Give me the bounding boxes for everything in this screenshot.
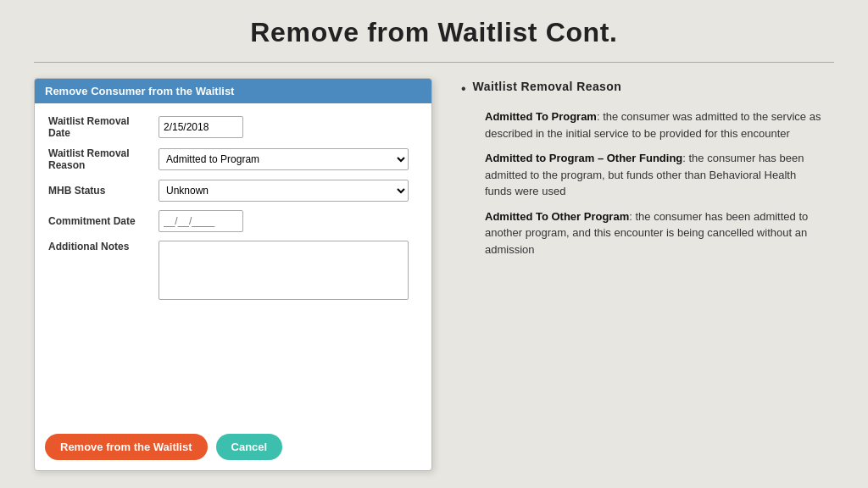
item-bold-2: Admitted to Program – Other Funding [485, 152, 682, 164]
removal-reason-select[interactable]: Admitted to Program Admitted to Program … [159, 148, 409, 170]
page-title: Remove from Waitlist Cont. [34, 17, 834, 48]
item-bold-3: Admitted To Other Program [485, 210, 629, 223]
info-items: Admitted To Program: the consumer was ad… [461, 108, 826, 258]
modal-header: Remove Consumer from the Waitlist [35, 79, 431, 103]
form-row-mhb: MHB Status Unknown Yes No [48, 180, 418, 202]
remove-waitlist-button[interactable]: Remove from the Waitlist [45, 434, 208, 460]
mhb-status-select[interactable]: Unknown Yes No [159, 180, 409, 202]
cancel-button[interactable]: Cancel [216, 434, 283, 460]
info-title-row: • Waitlist Removal Reason [461, 78, 826, 98]
mhb-status-label: MHB Status [48, 185, 159, 197]
removal-reason-label: Waitlist Removal Reason [48, 147, 159, 171]
removal-date-input[interactable] [159, 116, 243, 138]
item-bold-1: Admitted To Program [485, 110, 597, 123]
list-item: Admitted To Program: the consumer was ad… [485, 108, 826, 141]
additional-notes-textarea[interactable] [159, 241, 409, 300]
commitment-date-label: Commitment Date [48, 215, 159, 227]
bullet-icon: • [461, 79, 466, 98]
divider [34, 62, 834, 63]
modal-panel: Remove Consumer from the Waitlist Waitli… [34, 78, 432, 471]
content-row: Remove Consumer from the Waitlist Waitli… [34, 78, 834, 471]
removal-date-label: Waitlist Removal Date [48, 115, 159, 139]
form-row-date: Waitlist Removal Date [48, 115, 418, 139]
additional-notes-label: Additional Notes [48, 241, 159, 252]
info-panel: • Waitlist Removal Reason Admitted To Pr… [453, 78, 834, 471]
modal-body: Waitlist Removal Date Waitlist Removal R… [35, 103, 431, 427]
modal-footer: Remove from the Waitlist Cancel [35, 427, 431, 470]
list-item: Admitted to Program – Other Funding: the… [485, 150, 826, 200]
list-item: Admitted To Other Program: the consumer … [485, 208, 826, 258]
info-section-title: Waitlist Removal Reason [473, 78, 622, 95]
form-row-reason: Waitlist Removal Reason Admitted to Prog… [48, 147, 418, 171]
commitment-date-input[interactable] [159, 210, 243, 232]
form-row-commitment: Commitment Date [48, 210, 418, 232]
form-row-notes: Additional Notes [48, 241, 418, 300]
